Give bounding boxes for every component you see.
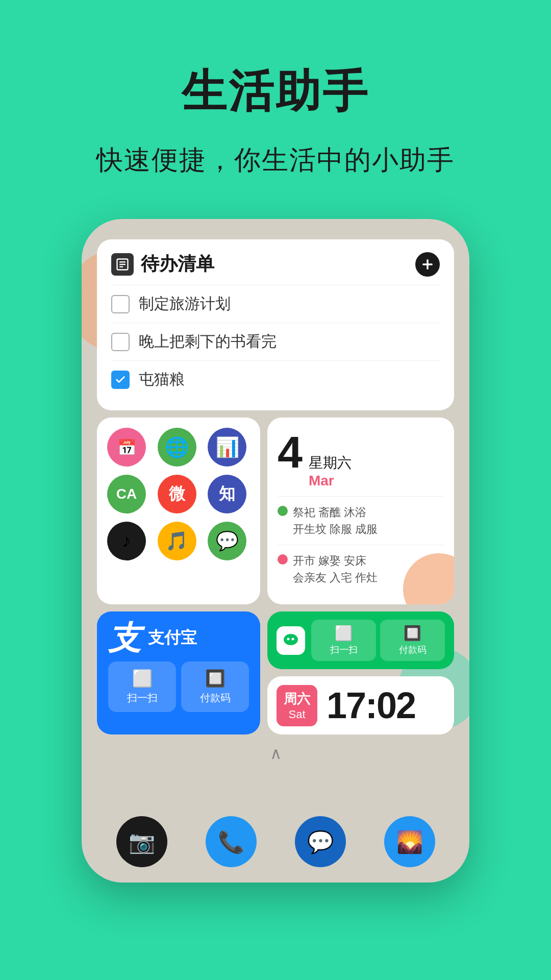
clock-dayname: Sat xyxy=(288,708,305,721)
todo-item-3[interactable]: 屯猫粮 xyxy=(111,360,440,398)
clock-time: 17:02 xyxy=(327,684,415,726)
todo-item-1[interactable]: 制定旅游计划 xyxy=(111,285,440,323)
app-music[interactable]: 🎵 xyxy=(158,522,196,560)
cal-good-events: 祭祀 斋醮 沐浴开生坟 除服 成服 xyxy=(278,504,444,537)
todo-text-3: 屯猫粮 xyxy=(139,369,185,390)
app-weibo[interactable]: 微 xyxy=(158,475,196,513)
apps-widget: 📅 🌐 📊 CA 微 知 ♪ 🎵 💬 xyxy=(97,418,260,604)
chevron-row: ∧ xyxy=(97,742,454,765)
bottom-section: 支 支付宝 ⬜ 扫一扫 🔲 付款码 xyxy=(97,611,454,734)
todo-title-label: 待办清单 xyxy=(141,252,214,277)
dock: 📷 📞 💬 🌄 xyxy=(97,816,454,867)
alipay-pay-button[interactable]: 🔲 付款码 xyxy=(181,662,249,712)
cal-divider-2 xyxy=(278,545,444,545)
todo-header: 待办清单 xyxy=(111,252,440,277)
alipay-scan-label: 扫一扫 xyxy=(127,691,158,705)
wechat-widget: ⬜ 扫一扫 🔲 付款码 xyxy=(267,611,454,669)
todo-item-2[interactable]: 晚上把剩下的书看完 xyxy=(111,323,440,360)
alipay-pay-icon: 🔲 xyxy=(205,669,226,688)
alipay-top: 支 支付宝 xyxy=(108,622,249,654)
page: 生活助手 快速便捷，你生活中的小助手 待办清单 制定旅游计划 xyxy=(0,0,551,980)
cal-month: Mar xyxy=(309,473,352,489)
app-ca[interactable]: CA xyxy=(107,475,146,513)
app-analytics[interactable]: 📊 xyxy=(208,428,246,467)
cal-bad-dot xyxy=(278,554,288,565)
phone-mockup: 待办清单 制定旅游计划 晚上把剩下的书看完 屯猫粮 xyxy=(82,219,469,883)
app-zhihu[interactable]: 知 xyxy=(208,475,246,513)
wechat-scan-button[interactable]: ⬜ 扫一扫 xyxy=(311,620,376,661)
cal-bad-text: 开市 嫁娶 安床会亲友 入宅 作灶 xyxy=(293,552,378,586)
todo-widget: 待办清单 制定旅游计划 晚上把剩下的书看完 屯猫粮 xyxy=(97,239,454,410)
checkbox-2[interactable] xyxy=(111,333,130,351)
wechat-scan-icon: ⬜ xyxy=(335,625,353,642)
todo-text-2: 晚上把剩下的书看完 xyxy=(139,331,277,352)
calendar-widget: 4 星期六 Mar 祭祀 斋醮 沐浴开生坟 除服 成服 开市 嫁娶 安床会亲友 … xyxy=(267,418,454,604)
cal-good-dot xyxy=(278,506,288,516)
dock-messages[interactable]: 💬 xyxy=(295,816,346,867)
cal-good-text: 祭祀 斋醮 沐浴开生坟 除服 成服 xyxy=(293,504,378,537)
wechat-actions: ⬜ 扫一扫 🔲 付款码 xyxy=(311,620,445,661)
todo-text-1: 制定旅游计划 xyxy=(139,293,231,314)
app-chrome[interactable]: 🌐 xyxy=(158,428,196,467)
checkbox-3[interactable] xyxy=(111,371,130,389)
page-title: 生活助手 xyxy=(182,61,369,122)
cal-date-number: 4 xyxy=(278,430,303,475)
wechat-pay-icon: 🔲 xyxy=(404,625,421,642)
app-tiktok[interactable]: ♪ xyxy=(107,522,146,560)
wechat-logo xyxy=(277,626,305,655)
alipay-name: 支付宝 xyxy=(148,627,197,649)
apps-grid: 📅 🌐 📊 CA 微 知 ♪ 🎵 💬 xyxy=(107,428,250,560)
clock-weekday: 周六 xyxy=(284,690,310,708)
chevron-up-icon: ∧ xyxy=(270,744,282,763)
right-column: ⬜ 扫一扫 🔲 付款码 周六 Sat 17:0 xyxy=(267,611,454,734)
alipay-actions: ⬜ 扫一扫 🔲 付款码 xyxy=(108,662,249,712)
alipay-widget: 支 支付宝 ⬜ 扫一扫 🔲 付款码 xyxy=(97,611,260,734)
clock-day-badge: 周六 Sat xyxy=(277,685,317,726)
dock-camera[interactable]: 📷 xyxy=(116,816,167,867)
alipay-scan-button[interactable]: ⬜ 扫一扫 xyxy=(108,662,176,712)
cal-weekday: 星期六 xyxy=(309,453,352,473)
app-wechat-grid[interactable]: 💬 xyxy=(208,522,246,560)
app-media[interactable]: 📅 xyxy=(107,428,146,467)
alipay-pay-label: 付款码 xyxy=(200,691,231,705)
clock-widget: 周六 Sat 17:02 xyxy=(267,676,454,734)
wechat-scan-label: 扫一扫 xyxy=(330,644,358,656)
svg-point-6 xyxy=(284,634,298,645)
middle-row: 📅 🌐 📊 CA 微 知 ♪ 🎵 💬 4 星期六 xyxy=(97,418,454,604)
checkbox-1[interactable] xyxy=(111,295,130,313)
svg-point-7 xyxy=(287,638,290,640)
cal-date-row: 4 星期六 Mar xyxy=(278,430,444,489)
cal-divider-1 xyxy=(278,496,444,497)
todo-title-row: 待办清单 xyxy=(111,252,214,277)
page-subtitle: 快速便捷，你生活中的小助手 xyxy=(96,142,455,178)
alipay-logo: 支 xyxy=(108,622,141,654)
wechat-pay-label: 付款码 xyxy=(399,644,427,656)
dock-phone[interactable]: 📞 xyxy=(206,816,257,867)
todo-add-button[interactable] xyxy=(415,252,440,277)
alipay-scan-icon: ⬜ xyxy=(132,669,153,688)
todo-list-icon xyxy=(111,253,134,276)
cal-day-info: 星期六 Mar xyxy=(309,453,352,489)
svg-point-8 xyxy=(292,638,294,640)
dock-photos[interactable]: 🌄 xyxy=(384,816,435,867)
wechat-pay-button[interactable]: 🔲 付款码 xyxy=(380,620,445,661)
